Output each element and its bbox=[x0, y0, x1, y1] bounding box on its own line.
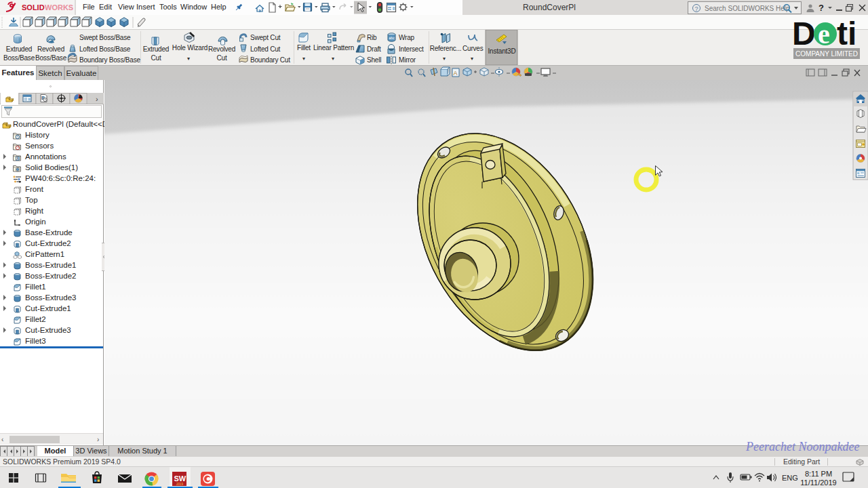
svg-text:e: e bbox=[818, 19, 830, 49]
svg-text:2019: 2019 bbox=[176, 483, 184, 486]
svg-text:ENG: ENG bbox=[782, 474, 798, 482]
svg-text:COMPANY LIMITED: COMPANY LIMITED bbox=[795, 50, 858, 58]
svg-text:SOLID: SOLID bbox=[22, 3, 45, 12]
svg-text:8:11 PM: 8:11 PM bbox=[805, 470, 832, 478]
svg-text:SW: SW bbox=[174, 474, 186, 483]
svg-text:›: › bbox=[96, 95, 98, 103]
svg-text:11/11/2019: 11/11/2019 bbox=[800, 479, 836, 487]
svg-text:A: A bbox=[454, 70, 458, 77]
svg-text:D: D bbox=[792, 16, 816, 52]
svg-text:WORKS: WORKS bbox=[45, 3, 73, 12]
svg-text:abc: abc bbox=[389, 36, 395, 40]
svg-text:ti: ti bbox=[837, 16, 856, 52]
